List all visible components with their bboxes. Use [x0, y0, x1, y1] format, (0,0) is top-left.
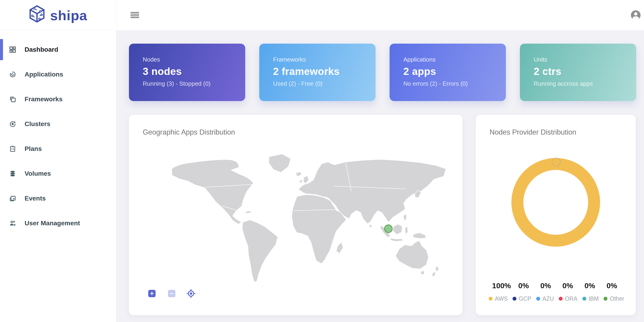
zero-slice-marker [552, 158, 560, 166]
brand-logo[interactable]: shipa [0, 0, 116, 30]
dashboard-icon [9, 46, 16, 53]
stat-subtitle: Running (3) - Stopped (0) [143, 80, 238, 87]
stat-title: Nodes [143, 56, 238, 63]
zoom-in-button[interactable]: + [148, 290, 156, 297]
legend-item-aws[interactable]: AWS [489, 295, 508, 302]
stat-title: Units [534, 56, 629, 63]
panel-row: Geographic Apps Distribution [129, 115, 636, 315]
legend-dot [512, 297, 516, 301]
world-map[interactable] [162, 151, 449, 284]
user-avatar-icon[interactable] [631, 10, 641, 20]
legend-item-ora[interactable]: ORA [559, 295, 577, 302]
main-content: Nodes 3 nodes Running (3) - Stopped (0) … [116, 30, 644, 322]
sidebar-item-events[interactable]: Events [0, 188, 116, 209]
provider-donut-chart[interactable] [512, 158, 600, 247]
events-icon [9, 195, 16, 202]
legend-label: GCP [519, 295, 531, 302]
clusters-icon [9, 121, 16, 127]
sidebar-item-user-management[interactable]: User Management [0, 213, 116, 234]
legend-item-gcp[interactable]: GCP [512, 295, 531, 302]
stat-value: 2 ctrs [534, 66, 629, 77]
plans-icon [9, 145, 16, 152]
chart-legend: AWS GCP AZU ORA [489, 295, 624, 302]
sidebar-item-volumes[interactable]: Volumes [0, 163, 116, 184]
sidebar-item-applications[interactable]: Applications [0, 64, 116, 85]
sidebar-item-plans[interactable]: Plans [0, 138, 116, 159]
percentage-value: 0% [534, 282, 557, 290]
legend-dot [536, 297, 540, 301]
sidebar-nav: Dashboard Applications [0, 39, 116, 234]
applications-icon [9, 71, 16, 78]
sidebar-item-label: Volumes [24, 170, 51, 177]
active-indicator [0, 39, 3, 60]
volumes-icon [9, 170, 16, 177]
stat-card-units: Units 2 ctrs Running accross apps [520, 44, 636, 101]
stat-title: Frameworks [273, 56, 369, 63]
legend-label: ORA [565, 295, 577, 302]
sidebar-item-clusters[interactable]: Clusters [0, 113, 116, 135]
sidebar-item-dashboard[interactable]: Dashboard [0, 39, 116, 60]
legend-item-ibm[interactable]: IBM [582, 295, 599, 302]
hamburger-menu-icon[interactable] [130, 12, 139, 19]
legend-label: AZU [542, 295, 554, 302]
percentage-value: 0% [512, 282, 534, 290]
legend-label: AWS [495, 295, 508, 302]
sidebar-item-frameworks[interactable]: Frameworks [0, 89, 116, 110]
legend-dot [604, 297, 608, 301]
nodes-provider-card: Nodes Provider Distribution 100% 0% 0% 0… [476, 115, 636, 315]
sidebar-item-label: Applications [24, 71, 63, 78]
legend-dot [559, 297, 563, 301]
donut-ring-aws [517, 164, 594, 241]
stat-subtitle: No errors (2) - Errors (0) [403, 80, 499, 87]
sidebar-item-label: Clusters [24, 120, 50, 128]
shipa-cube-logo-icon [28, 5, 46, 25]
stat-subtitle: Used (2) - Free (0) [273, 80, 369, 87]
legend-label: IBM [588, 295, 599, 302]
map-controls: + − [148, 289, 196, 298]
geographic-apps-card: Geographic Apps Distribution [129, 115, 462, 315]
sidebar-item-label: Plans [24, 145, 42, 152]
sidebar: shipa Dashboard [0, 0, 116, 322]
locate-crosshair-icon[interactable] [186, 289, 196, 298]
legend-dot [489, 297, 492, 301]
stat-card-row: Nodes 3 nodes Running (3) - Stopped (0) … [129, 44, 636, 101]
stat-card-applications: Applications 2 apps No errors (2) - Erro… [390, 44, 506, 101]
brand-name: shipa [50, 7, 87, 23]
stat-card-nodes: Nodes 3 nodes Running (3) - Stopped (0) [129, 44, 245, 101]
stat-value: 3 nodes [143, 66, 238, 77]
percentage-value: 100% [490, 282, 512, 290]
frameworks-icon [9, 96, 16, 103]
map-card-title: Geographic Apps Distribution [143, 128, 235, 136]
percentage-value: 0% [579, 282, 601, 290]
legend-item-other[interactable]: Other [604, 295, 624, 302]
legend-label: Other [610, 295, 624, 302]
zoom-out-button[interactable]: − [168, 290, 175, 297]
shipa-dashboard-app: shipa Dashboard [0, 0, 644, 322]
stat-title: Applications [403, 56, 499, 63]
sidebar-item-label: Frameworks [24, 95, 62, 103]
topbar [116, 0, 644, 30]
stat-value: 2 apps [403, 66, 499, 77]
percentage-value: 0% [601, 282, 623, 290]
sidebar-item-label: User Management [24, 220, 80, 227]
chart-card-title: Nodes Provider Distribution [490, 128, 576, 136]
sidebar-item-label: Dashboard [24, 46, 58, 53]
percentage-row: 100% 0% 0% 0% 0% 0% [490, 282, 623, 290]
user-management-icon [9, 220, 16, 227]
stat-card-frameworks: Frameworks 2 frameworks Used (2) - Free … [259, 44, 376, 101]
legend-dot [582, 297, 586, 301]
legend-item-azu[interactable]: AZU [536, 295, 554, 302]
percentage-value: 0% [557, 282, 579, 290]
sidebar-item-label: Events [24, 195, 46, 202]
app-location-marker[interactable] [384, 225, 392, 233]
stat-value: 2 frameworks [273, 66, 369, 77]
stat-subtitle: Running accross apps [534, 80, 629, 87]
